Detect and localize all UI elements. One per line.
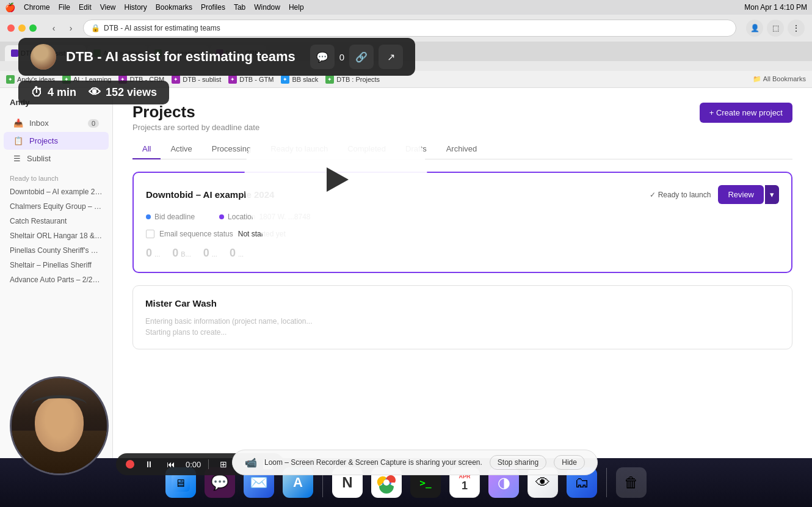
- tab-all[interactable]: All: [132, 139, 161, 159]
- ready-to-launch-section: Ready to launch: [0, 167, 112, 184]
- sidebar-project-downtobid[interactable]: Downtobid – AI example 2024: [0, 184, 112, 199]
- page-content: Projects Projects are sorted by deadline…: [113, 88, 812, 458]
- grid-button[interactable]: ⊞: [216, 457, 231, 472]
- extensions-button[interactable]: ⬚: [767, 20, 784, 37]
- review-button[interactable]: Review: [718, 185, 764, 204]
- duration-stat: ⏱ 4 min: [31, 86, 76, 100]
- sidebar-project-sheltair-pinellas[interactable]: Sheltair – Pinellas Sheriff: [0, 258, 112, 272]
- link-button[interactable]: 🔗: [349, 45, 374, 69]
- headset: [32, 395, 87, 414]
- pause-button[interactable]: ⏸: [142, 457, 156, 472]
- presenter-avatar: [31, 44, 56, 70]
- apple-menu[interactable]: 🍎: [5, 2, 15, 12]
- comment-icon: 💬: [316, 51, 328, 63]
- sidebar-project-advance-auto[interactable]: Advance Auto Parts – 2/20/24 te...: [0, 272, 112, 287]
- bid-deadline-dot: [146, 214, 151, 219]
- menubar-help[interactable]: Help: [289, 3, 304, 12]
- create-project-button[interactable]: + Create new project: [700, 103, 792, 123]
- minimize-button[interactable]: [18, 24, 26, 32]
- dock-trash[interactable]: 🗑: [614, 465, 648, 500]
- project-hint-2: Starting plans to create...: [145, 328, 780, 337]
- menubar-right: Mon Apr 1 4:10 PM: [744, 3, 807, 12]
- svg-point-4: [383, 480, 390, 486]
- inbox-icon: 📥: [13, 119, 23, 128]
- sharing-notification: 📹 Loom – Screen Recorder & Screen Captur…: [232, 450, 598, 475]
- stat-2: 0 B...: [172, 247, 191, 260]
- trash-icon: 🗑: [616, 467, 647, 498]
- address-bar[interactable]: 🔒 DTB - AI assist for estimating teams: [83, 20, 736, 37]
- recording-time: 0:00: [186, 460, 201, 469]
- menubar-edit[interactable]: Edit: [79, 3, 92, 12]
- hide-button[interactable]: Hide: [554, 455, 585, 470]
- forward-button[interactable]: ›: [63, 21, 78, 35]
- projects-icon: 📋: [13, 136, 23, 145]
- sharing-text: Loom – Screen Recorder & Screen Capture …: [264, 458, 482, 467]
- project-card2-header: Mister Car Wash: [145, 298, 780, 308]
- bookmark-dtb-gtm[interactable]: ✦ DTB - GTM: [228, 75, 274, 84]
- external-link-button[interactable]: ↗: [379, 45, 403, 69]
- menubar-history[interactable]: History: [125, 3, 147, 12]
- video-banner[interactable]: DTB - AI assist for estimating teams 💬 0…: [18, 38, 415, 76]
- page-subtitle: Projects are sorted by deadline date: [132, 123, 259, 132]
- video-player[interactable]: [244, 88, 427, 271]
- play-button[interactable]: [317, 161, 354, 198]
- project-card-header: Downtobid – AI example 2024 ✓ Ready to l…: [146, 185, 779, 204]
- check-icon: ✓: [650, 191, 656, 199]
- inbox-badge: 0: [88, 119, 99, 128]
- tab-archived[interactable]: Archived: [437, 139, 487, 159]
- comment-count: 0: [339, 52, 344, 62]
- bookmark-icon-gtm: ✦: [228, 75, 237, 84]
- video-title: DTB - AI assist for estimating teams: [66, 49, 295, 65]
- sidebar-project-chalmers[interactable]: Chalmers Equity Group – Upland...: [0, 199, 112, 214]
- all-bookmarks[interactable]: 📁 All Bookmarks: [753, 75, 806, 83]
- menu-button[interactable]: ⋮: [788, 20, 805, 37]
- location-dot: [219, 214, 224, 219]
- back-button[interactable]: ‹: [46, 21, 61, 35]
- review-dropdown-button[interactable]: ▾: [765, 185, 779, 204]
- project-meta: Bid deadline Location 1807 W. ...8748: [146, 213, 779, 221]
- divider: [208, 459, 209, 469]
- menubar-clock: Mon Apr 1 4:10 PM: [744, 3, 807, 12]
- filter-tabs: All Active Processing Ready to launch Co…: [132, 139, 792, 159]
- stop-sharing-button[interactable]: Stop sharing: [490, 455, 546, 470]
- menubar-tab[interactable]: Tab: [234, 3, 245, 12]
- rewind-button[interactable]: ⏮: [164, 457, 178, 472]
- ready-badge: ✓ Ready to launch: [650, 191, 711, 199]
- bid-deadline-item: Bid deadline: [146, 213, 195, 221]
- sidebar-item-sublist[interactable]: ☰ Sublist: [4, 150, 109, 167]
- comment-button[interactable]: 💬: [310, 45, 335, 69]
- bookmark-dtb-projects[interactable]: ✦ DTB : Projects: [325, 75, 380, 84]
- sidebar-project-sheltair-orl[interactable]: Sheltair ORL Hangar 18 & 19: [0, 228, 112, 243]
- sidebar-project-catch[interactable]: Catch Restaurant: [0, 214, 112, 228]
- nav-buttons: ‹ ›: [46, 21, 78, 35]
- menubar-file[interactable]: File: [59, 3, 70, 12]
- project-stats: 0 ... 0 B... 0 ... 0 ...: [146, 247, 779, 260]
- sublist-icon: ☰: [13, 154, 21, 163]
- project-hint-1: Entering basic information (project name…: [145, 317, 780, 326]
- tab-active[interactable]: Active: [161, 139, 201, 159]
- sidebar-item-inbox[interactable]: 📥 Inbox 0: [4, 114, 109, 132]
- bookmark-icon-projects: ✦: [325, 75, 334, 84]
- stat-4: 0 ...: [230, 247, 244, 260]
- menubar-bookmarks[interactable]: Bookmarks: [156, 3, 192, 12]
- traffic-lights: [7, 24, 37, 32]
- page-header: Projects Projects are sorted by deadline…: [132, 103, 792, 132]
- loom-sharing-logo: 📹: [245, 457, 257, 469]
- menubar-window[interactable]: Window: [254, 3, 280, 12]
- email-status: Email sequence status Not started yet: [146, 230, 779, 238]
- views-stat: 👁 152 views: [89, 86, 157, 100]
- profile-avatar[interactable]: 👤: [746, 20, 763, 37]
- menubar-chrome[interactable]: Chrome: [24, 3, 50, 12]
- menubar: 🍎 Chrome File Edit View History Bookmark…: [0, 0, 812, 15]
- stat-3: 0 ...: [203, 247, 217, 260]
- maximize-button[interactable]: [29, 24, 37, 32]
- menubar-view[interactable]: View: [100, 3, 116, 12]
- sidebar-item-projects[interactable]: 📋 Projects: [4, 132, 109, 150]
- clock-icon: ⏱: [31, 86, 43, 100]
- bookmark-bb-slack[interactable]: ✦ BB slack: [281, 75, 318, 84]
- stats-banner: ⏱ 4 min 👁 152 views: [18, 81, 169, 104]
- menubar-profiles[interactable]: Profiles: [201, 3, 225, 12]
- sidebar-project-pinellas[interactable]: Pinellas County Sheriff's Office: [0, 243, 112, 258]
- close-button[interactable]: [7, 24, 15, 32]
- bookmark-dtb-sublist[interactable]: ✦ DTB - sublist: [172, 75, 221, 84]
